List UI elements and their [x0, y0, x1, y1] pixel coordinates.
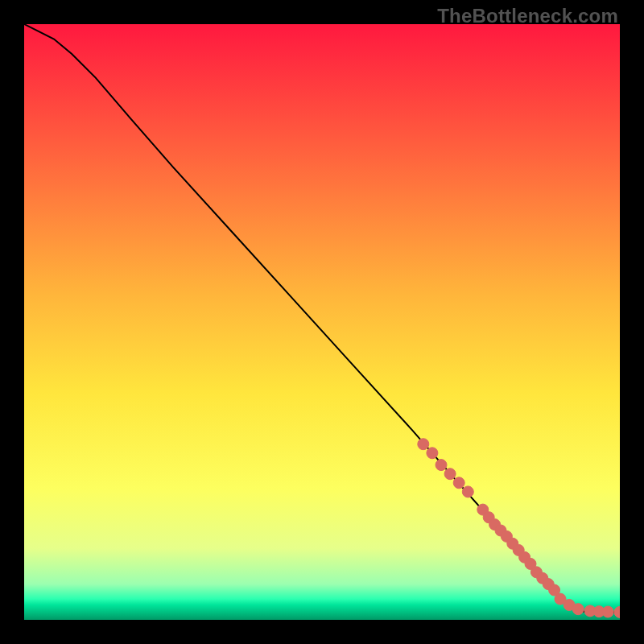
data-marker [444, 469, 456, 480]
data-marker [462, 486, 473, 497]
data-marker [436, 460, 447, 471]
chart-frame: TheBottleneck.com [0, 0, 644, 644]
plot-area [24, 24, 620, 620]
data-marker [572, 604, 584, 615]
gradient-background [24, 24, 620, 620]
data-marker [453, 477, 464, 489]
chart-svg [24, 24, 620, 620]
data-marker [427, 448, 438, 459]
data-marker [418, 439, 429, 450]
data-marker [602, 606, 613, 617]
